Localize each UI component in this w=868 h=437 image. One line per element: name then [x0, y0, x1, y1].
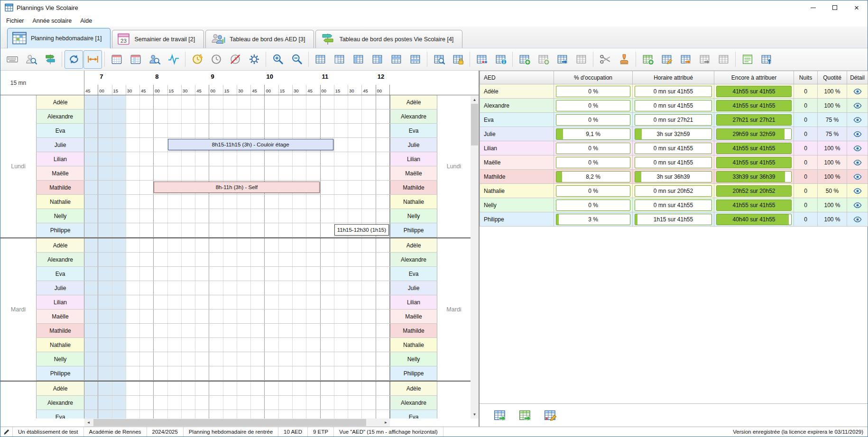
time-slot[interactable]: [209, 95, 223, 109]
time-slot[interactable]: [223, 223, 237, 237]
day-hours-button[interactable]: [207, 50, 225, 69]
time-slot[interactable]: [126, 195, 140, 209]
time-slot[interactable]: [376, 366, 390, 380]
time-slot[interactable]: [265, 267, 278, 281]
time-slot[interactable]: [293, 253, 306, 266]
person-name-cell[interactable]: Nathalie: [36, 338, 84, 352]
time-slot[interactable]: [126, 209, 140, 223]
time-slot[interactable]: [112, 410, 126, 419]
time-slot[interactable]: [223, 396, 237, 410]
time-slot[interactable]: [237, 410, 251, 419]
time-slot[interactable]: [154, 138, 167, 152]
time-slot[interactable]: [168, 352, 182, 366]
tab-1[interactable]: Planning hebdomadaire [1]: [7, 28, 111, 48]
aed-row[interactable]: Eva0 %0 mn sur 27h2127h21 sur 27h21075 %: [480, 113, 868, 127]
time-slot[interactable]: [223, 310, 237, 323]
person-name-cell[interactable]: Nelly: [36, 352, 84, 366]
person-name-cell[interactable]: Philippe: [36, 366, 84, 380]
time-slot[interactable]: [293, 382, 306, 395]
time-slot[interactable]: [237, 95, 251, 109]
time-slot[interactable]: [321, 253, 334, 266]
time-slot[interactable]: [293, 209, 306, 223]
time-slot[interactable]: [321, 195, 334, 209]
scroll-up-arrow[interactable]: ▲: [471, 96, 479, 104]
time-slot[interactable]: [112, 238, 126, 252]
time-slot[interactable]: [223, 124, 237, 137]
time-slot[interactable]: [376, 95, 390, 109]
edit-dashboard-button[interactable]: [541, 406, 559, 424]
time-slot[interactable]: [182, 410, 195, 419]
time-slot[interactable]: [112, 223, 126, 237]
person-name-cell[interactable]: Mathilde: [390, 324, 437, 337]
time-slot[interactable]: [84, 267, 98, 281]
time-slot[interactable]: [209, 410, 223, 419]
aed-row[interactable]: Lilian0 %0 mn sur 41h5541h55 sur 41h5501…: [480, 141, 868, 155]
menu-fichier[interactable]: Fichier: [2, 16, 28, 26]
time-slot[interactable]: [84, 310, 98, 323]
time-slot[interactable]: [237, 209, 251, 223]
time-slot[interactable]: [293, 352, 306, 366]
time-slot[interactable]: [265, 124, 278, 137]
highlight-row-top-button[interactable]: [387, 50, 406, 69]
person-name-cell[interactable]: Maëlle: [36, 310, 84, 323]
time-slot[interactable]: [195, 295, 209, 309]
time-slot[interactable]: [168, 253, 182, 266]
time-slot[interactable]: [376, 195, 390, 209]
time-slot[interactable]: [168, 195, 182, 209]
time-slot[interactable]: [154, 209, 167, 223]
time-slot[interactable]: [265, 366, 278, 380]
time-slot[interactable]: [182, 209, 195, 223]
time-slot[interactable]: [195, 396, 209, 410]
time-slot[interactable]: [251, 195, 265, 209]
time-slot[interactable]: [84, 166, 98, 180]
time-slot[interactable]: [126, 295, 140, 309]
time-slot[interactable]: [251, 166, 265, 180]
time-slot[interactable]: [265, 295, 278, 309]
time-slot[interactable]: [209, 366, 223, 380]
time-slot[interactable]: [140, 352, 154, 366]
export-dashboard-button[interactable]: [491, 406, 509, 424]
time-slot[interactable]: [362, 181, 376, 194]
time-slot[interactable]: [237, 267, 251, 281]
zoom-out-button[interactable]: [287, 50, 306, 69]
time-slot[interactable]: [376, 181, 390, 194]
time-slot[interactable]: [98, 195, 112, 209]
person-name-cell[interactable]: Maëlle: [390, 310, 437, 323]
time-slot[interactable]: [362, 109, 376, 123]
time-slot[interactable]: [237, 166, 251, 180]
scroll-down-arrow[interactable]: ▼: [471, 410, 479, 419]
time-slot[interactable]: [209, 281, 223, 295]
time-slot[interactable]: [126, 238, 140, 252]
time-slot[interactable]: [376, 338, 390, 352]
time-slot[interactable]: [98, 295, 112, 309]
menu-ann-e-scolaire[interactable]: Année scolaire: [28, 16, 76, 26]
time-slot[interactable]: [348, 324, 362, 337]
time-slot[interactable]: [223, 238, 237, 252]
hide-hours-button[interactable]: [226, 50, 244, 69]
time-slot[interactable]: [209, 238, 223, 252]
time-slot[interactable]: [279, 295, 293, 309]
time-slot[interactable]: [195, 267, 209, 281]
time-slot[interactable]: [126, 267, 140, 281]
person-name-cell[interactable]: Eva: [36, 124, 84, 137]
cut-button[interactable]: [596, 50, 614, 69]
time-slot[interactable]: [182, 382, 195, 395]
time-slot[interactable]: [251, 324, 265, 337]
time-slot[interactable]: [112, 166, 126, 180]
time-slot[interactable]: [195, 281, 209, 295]
time-slot[interactable]: [182, 324, 195, 337]
aed-row[interactable]: Nelly0 %0 mn sur 41h5541h55 sur 41h55010…: [480, 198, 868, 212]
time-slot[interactable]: [84, 253, 98, 266]
time-slot[interactable]: [195, 223, 209, 237]
time-slot[interactable]: [168, 310, 182, 323]
time-slot[interactable]: [376, 281, 390, 295]
time-slot[interactable]: [182, 166, 195, 180]
time-slot[interactable]: [168, 324, 182, 337]
time-slot[interactable]: [334, 366, 348, 380]
time-slot[interactable]: [154, 366, 167, 380]
time-slot[interactable]: [154, 267, 167, 281]
time-slot[interactable]: [126, 310, 140, 323]
time-slot[interactable]: [376, 352, 390, 366]
time-slot[interactable]: [168, 281, 182, 295]
time-slot[interactable]: [98, 267, 112, 281]
